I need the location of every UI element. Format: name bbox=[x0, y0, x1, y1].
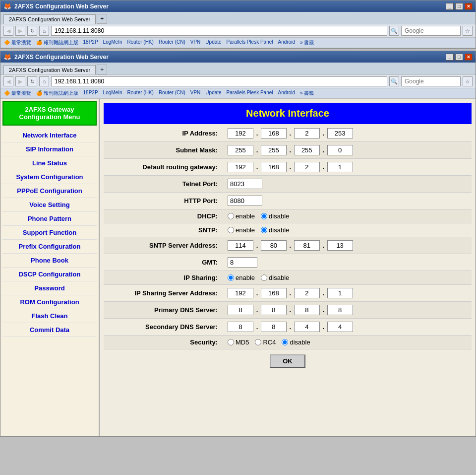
subnet-octet-1[interactable] bbox=[228, 145, 253, 155]
pdns-octet-2[interactable] bbox=[261, 305, 287, 315]
bm2-2[interactable]: 🍊 報刊雜誌網上版 bbox=[35, 89, 80, 97]
ip-sharing-disable-label[interactable]: disable bbox=[261, 274, 289, 281]
refresh-button-2[interactable]: ↻ bbox=[27, 76, 37, 86]
bookmark-5[interactable]: Router (HK) bbox=[126, 39, 155, 47]
sidebar-item-password[interactable]: Password bbox=[2, 281, 97, 295]
bm2-7[interactable]: VPN bbox=[189, 89, 202, 97]
bm2-9[interactable]: Parallels Plesk Panel bbox=[225, 89, 275, 97]
sntp-octet-2[interactable] bbox=[261, 240, 287, 251]
sidebar-item-pppoe-configuration[interactable]: PPPoE Configuration bbox=[2, 184, 97, 198]
search-button-2[interactable]: 🔍 bbox=[389, 76, 399, 86]
sidebar-title[interactable]: 2AFXS Gateway Configuration Menu bbox=[2, 101, 97, 126]
gateway-octet-1[interactable] bbox=[228, 162, 253, 172]
back-button-1[interactable]: ◀ bbox=[3, 26, 13, 36]
minimize-button-1[interactable]: _ bbox=[446, 3, 454, 10]
dhcp-enable-label[interactable]: enable bbox=[228, 212, 255, 220]
bookmark-8[interactable]: Update bbox=[204, 39, 223, 47]
telnet-port-input[interactable] bbox=[228, 179, 262, 189]
ip-sharing-disable-radio[interactable] bbox=[261, 274, 267, 281]
home-button-1[interactable]: ⌂ bbox=[39, 26, 49, 36]
bm2-11[interactable]: » 書籤 bbox=[298, 89, 315, 97]
bm2-6[interactable]: Router (CN) bbox=[157, 89, 187, 97]
dhcp-disable-radio[interactable] bbox=[261, 213, 267, 219]
refresh-button-1[interactable]: ↻ bbox=[27, 26, 37, 36]
sntp-disable-radio[interactable] bbox=[261, 227, 267, 233]
search-input-2[interactable] bbox=[401, 76, 461, 86]
sidebar-item-phone-pattern[interactable]: Phone Pattern bbox=[2, 212, 97, 226]
ip-octet-2[interactable] bbox=[261, 128, 287, 138]
pdns-octet-1[interactable] bbox=[228, 305, 253, 315]
bookmark-4[interactable]: LogMeIn bbox=[102, 39, 124, 47]
bookmark-10[interactable]: Android bbox=[277, 39, 297, 47]
sntp-octet-4[interactable] bbox=[327, 240, 353, 251]
sidebar-item-dscp-configuration[interactable]: DSCP Configuration bbox=[2, 268, 97, 281]
ips-octet-1[interactable] bbox=[228, 288, 253, 298]
back-button-2[interactable]: ◀ bbox=[3, 76, 13, 86]
bm2-8[interactable]: Update bbox=[204, 89, 223, 97]
sntp-octet-1[interactable] bbox=[228, 240, 253, 251]
bm2-5[interactable]: Router (HK) bbox=[126, 89, 155, 97]
sntp-enable-radio[interactable] bbox=[228, 227, 234, 233]
close-button-1[interactable]: ✕ bbox=[465, 3, 473, 10]
dhcp-disable-label[interactable]: disable bbox=[261, 212, 289, 220]
security-md5-label[interactable]: MD5 bbox=[228, 339, 249, 346]
ip-octet-1[interactable] bbox=[228, 128, 253, 138]
http-port-input[interactable] bbox=[228, 196, 262, 206]
sidebar-item-phone-book[interactable]: Phone Book bbox=[2, 254, 97, 268]
maximize-button-1[interactable]: □ bbox=[455, 3, 463, 10]
sntp-enable-label[interactable]: enable bbox=[228, 226, 255, 234]
sdns-octet-1[interactable] bbox=[228, 322, 253, 332]
gateway-octet-3[interactable] bbox=[294, 162, 320, 172]
search-input-1[interactable] bbox=[401, 26, 461, 36]
bookmark-1[interactable]: 🔶 最常瀏覽 bbox=[2, 39, 33, 47]
sntp-disable-label[interactable]: disable bbox=[261, 226, 289, 234]
ips-octet-4[interactable] bbox=[327, 288, 353, 298]
sidebar-item-flash-clean[interactable]: Flash Clean bbox=[2, 309, 97, 323]
ips-octet-2[interactable] bbox=[261, 288, 287, 298]
subnet-octet-2[interactable] bbox=[261, 145, 287, 155]
sidebar-item-sip-information[interactable]: SIP Information bbox=[2, 142, 97, 156]
bm2-10[interactable]: Android bbox=[277, 89, 297, 97]
new-tab-button-1[interactable]: + bbox=[97, 14, 107, 24]
dhcp-enable-radio[interactable] bbox=[228, 213, 234, 219]
security-rc4-label[interactable]: RC4 bbox=[255, 339, 276, 346]
bookmark-11[interactable]: » 書籤 bbox=[298, 39, 315, 47]
sdns-octet-2[interactable] bbox=[261, 322, 287, 332]
tab-1[interactable]: 2AFXS Configuration Web Server bbox=[3, 14, 96, 24]
bm2-4[interactable]: LogMeIn bbox=[102, 89, 124, 97]
gmt-input[interactable] bbox=[228, 257, 257, 268]
ip-sharing-enable-label[interactable]: enable bbox=[228, 274, 255, 281]
bookmark-6[interactable]: Router (CN) bbox=[157, 39, 187, 47]
bookmark-3[interactable]: 18P2P bbox=[82, 39, 100, 47]
subnet-octet-4[interactable] bbox=[327, 145, 353, 155]
sdns-octet-4[interactable] bbox=[327, 322, 353, 332]
sidebar-item-rom-configuration[interactable]: ROM Configuration bbox=[2, 295, 97, 309]
ip-sharing-enable-radio[interactable] bbox=[228, 274, 234, 281]
gateway-octet-4[interactable] bbox=[327, 162, 353, 172]
sidebar-item-voice-setting[interactable]: Voice Setting bbox=[2, 198, 97, 212]
home-button-2[interactable]: ⌂ bbox=[39, 76, 49, 86]
bookmark-star-2[interactable]: ☆ bbox=[463, 76, 473, 86]
subnet-octet-3[interactable] bbox=[294, 145, 320, 155]
sidebar-item-network-interface[interactable]: Network Interface bbox=[2, 129, 97, 142]
sdns-octet-3[interactable] bbox=[294, 322, 320, 332]
sntp-octet-3[interactable] bbox=[294, 240, 320, 251]
security-disable-radio[interactable] bbox=[282, 339, 288, 345]
maximize-button-2[interactable]: □ bbox=[455, 54, 463, 61]
bm2-1[interactable]: 🔶 最常瀏覽 bbox=[2, 89, 33, 97]
new-tab-button-2[interactable]: + bbox=[97, 65, 107, 74]
pdns-octet-4[interactable] bbox=[327, 305, 353, 315]
bookmark-star-1[interactable]: ☆ bbox=[463, 26, 473, 36]
minimize-button-2[interactable]: _ bbox=[446, 54, 454, 61]
ips-octet-3[interactable] bbox=[294, 288, 320, 298]
bookmark-9[interactable]: Parallels Plesk Panel bbox=[225, 39, 275, 47]
address-bar-2[interactable] bbox=[51, 76, 387, 86]
ok-button[interactable]: OK bbox=[270, 354, 305, 368]
sidebar-item-commit-data[interactable]: Commit Data bbox=[2, 323, 97, 337]
ip-octet-3[interactable] bbox=[294, 128, 320, 138]
security-disable-label[interactable]: disable bbox=[282, 339, 310, 346]
ip-octet-4[interactable] bbox=[327, 128, 353, 138]
security-rc4-radio[interactable] bbox=[255, 339, 261, 345]
close-button-2[interactable]: ✕ bbox=[465, 54, 473, 61]
sidebar-item-prefix-configuration[interactable]: Prefix Configuration bbox=[2, 240, 97, 254]
